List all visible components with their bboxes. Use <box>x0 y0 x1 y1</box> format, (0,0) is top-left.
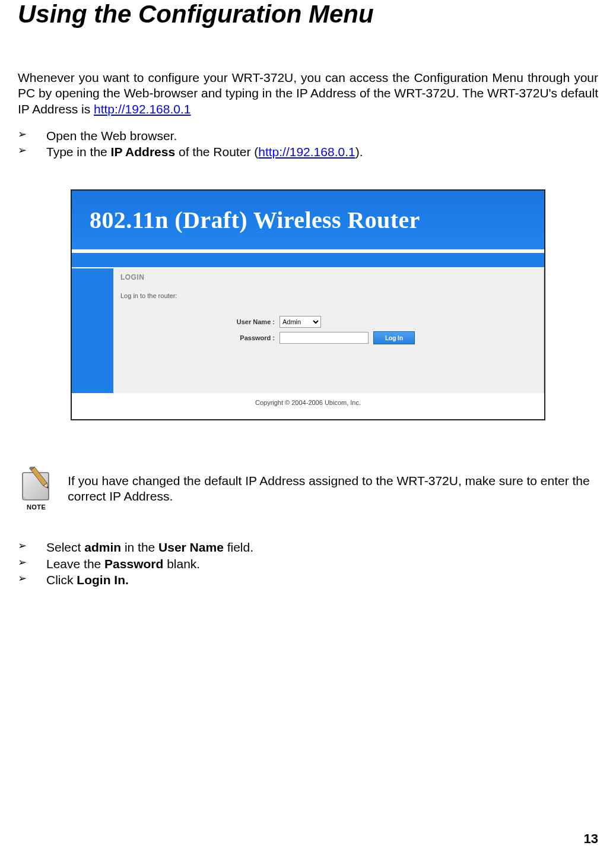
bottom-bullet-3: Click Login In. <box>18 572 598 588</box>
banner-title: 802.11n (Draft) Wireless Router <box>90 206 420 234</box>
intro-paragraph: Whenever you want to configure your WRT-… <box>18 70 598 117</box>
bb3-bold: Login In. <box>77 573 128 587</box>
bb3-pre: Click <box>46 573 77 587</box>
bottom-bullet-2: Leave the Password blank. <box>18 556 598 572</box>
top-bullet-1: Open the Web browser. <box>18 128 598 144</box>
page-number: 13 <box>584 831 598 847</box>
label-username: User Name : <box>120 318 275 325</box>
login-button[interactable]: Log In <box>373 331 415 344</box>
login-subheading: Log in to the router: <box>120 292 536 299</box>
login-side <box>72 268 113 393</box>
row-password: Password : Log In <box>120 331 536 344</box>
login-panel: LOGIN Log in to the router: User Name : … <box>113 268 544 393</box>
bb2-pre: Leave the <box>46 557 104 571</box>
bottom-bullet-list: Select admin in the User Name field. Lea… <box>18 539 598 588</box>
bb1-post: field. <box>224 540 253 554</box>
note-icon: NOTE <box>18 462 55 515</box>
bb1-bold2: User Name <box>158 540 224 554</box>
b2-pre: Type in the <box>46 145 111 159</box>
username-select[interactable]: Admin <box>280 316 321 328</box>
note-text: If you have changed the default IP Addre… <box>68 473 598 505</box>
login-form: User Name : Admin Password : Log In <box>120 316 536 344</box>
note-block: NOTE If you have changed the default IP … <box>18 462 598 515</box>
b2-bold: IP Address <box>111 145 176 159</box>
page-title: Using the Configuration Menu <box>18 0 598 28</box>
row-username: User Name : Admin <box>120 316 536 328</box>
bb1-mid: in the <box>121 540 158 554</box>
login-screenshot: 802.11n (Draft) Wireless Router LOGIN Lo… <box>71 189 545 420</box>
b2-post: ). <box>355 145 363 159</box>
b2-mid: of the Router ( <box>175 145 258 159</box>
intro-ip-link[interactable]: http://192.168.0.1 <box>94 102 190 116</box>
password-input[interactable] <box>280 332 369 344</box>
login-banner: 802.11n (Draft) Wireless Router <box>72 191 544 253</box>
bb1-pre: Select <box>46 540 84 554</box>
label-password: Password : <box>120 334 275 341</box>
top-bullet-list: Open the Web browser. Type in the IP Add… <box>18 128 598 160</box>
top-bullet-2: Type in the IP Address of the Router (ht… <box>18 144 598 160</box>
login-body: LOGIN Log in to the router: User Name : … <box>72 268 544 393</box>
b2-link[interactable]: http://192.168.0.1 <box>258 145 355 159</box>
note-label: NOTE <box>27 504 46 511</box>
login-copyright: Copyright © 2004-2006 Ubicom, Inc. <box>72 393 544 419</box>
login-heading: LOGIN <box>120 273 536 281</box>
bb2-bold: Password <box>104 557 163 571</box>
login-window: 802.11n (Draft) Wireless Router LOGIN Lo… <box>71 189 545 420</box>
pencil-note-icon <box>19 467 53 504</box>
bottom-bullet-1: Select admin in the User Name field. <box>18 539 598 555</box>
bb2-post: blank. <box>163 557 200 571</box>
bb1-bold1: admin <box>84 540 121 554</box>
banner-stripe <box>72 253 544 268</box>
